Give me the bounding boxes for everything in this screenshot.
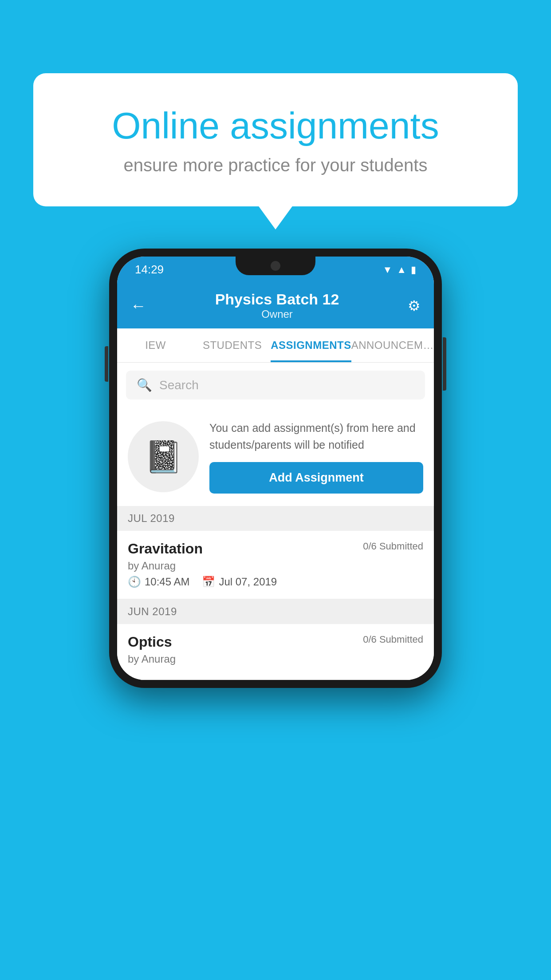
app-bar-subtitle: Owner (215, 308, 339, 320)
calendar-icon: 📅 (202, 576, 215, 588)
assignment-time: 🕙 10:45 AM (128, 576, 189, 588)
month-separator-jun: JUN 2019 (117, 599, 434, 624)
time-value: 10:45 AM (145, 576, 189, 588)
tab-students[interactable]: STUDENTS (194, 328, 271, 362)
assignment-header: Gravitation 0/6 Submitted (128, 541, 423, 557)
add-assignment-button[interactable]: Add Assignment (209, 462, 423, 494)
promo-description: You can add assignment(s) from here and … (209, 420, 423, 453)
phone-side-button-right (443, 337, 446, 391)
promo-icon-circle: 📓 (128, 421, 199, 492)
assignment-item-gravitation[interactable]: Gravitation 0/6 Submitted by Anurag 🕙 10… (117, 531, 434, 599)
promo-section: 📓 You can add assignment(s) from here an… (117, 407, 434, 506)
tab-iew[interactable]: IEW (117, 328, 194, 362)
phone-notch (236, 257, 315, 275)
settings-icon[interactable]: ⚙ (408, 297, 421, 314)
assignment-header-optics: Optics 0/6 Submitted (128, 634, 423, 650)
promo-speech-bubble: Online assignments ensure more practice … (33, 73, 518, 206)
wifi-icon: ▼ (382, 264, 392, 276)
assignment-by: by Anurag (128, 560, 423, 572)
battery-icon: ▮ (411, 264, 416, 276)
status-time: 14:29 (135, 263, 164, 277)
search-bar[interactable]: 🔍 Search (126, 371, 425, 399)
search-input[interactable]: Search (159, 378, 199, 392)
signal-icon: ▲ (397, 264, 406, 276)
assignment-item-optics[interactable]: Optics 0/6 Submitted by Anurag (117, 624, 434, 680)
clock-icon: 🕙 (128, 576, 141, 588)
notebook-icon: 📓 (144, 439, 183, 475)
month-separator-jul: JUL 2019 (117, 506, 434, 531)
back-button[interactable]: ← (130, 296, 146, 315)
assignment-title: Gravitation (128, 541, 203, 557)
assignment-submitted-optics: 0/6 Submitted (363, 634, 423, 645)
assignment-title-optics: Optics (128, 634, 172, 650)
assignment-by-optics: by Anurag (128, 653, 423, 665)
app-bar-title-group: Physics Batch 12 Owner (215, 291, 339, 320)
app-bar-title: Physics Batch 12 (215, 291, 339, 308)
app-bar: ← Physics Batch 12 Owner ⚙ (117, 281, 434, 328)
search-icon: 🔍 (137, 378, 152, 392)
date-value: Jul 07, 2019 (219, 576, 277, 588)
status-icons: ▼ ▲ ▮ (382, 264, 416, 276)
tab-assignments[interactable]: ASSIGNMENTS (271, 328, 351, 362)
promo-text-area: You can add assignment(s) from here and … (209, 420, 423, 494)
search-container: 🔍 Search (117, 363, 434, 407)
tabs-bar: IEW STUDENTS ASSIGNMENTS ANNOUNCEM… (117, 328, 434, 363)
phone-side-button-left (105, 346, 108, 382)
phone-mockup: 14:29 ▼ ▲ ▮ ← Physics Batch 12 Owner ⚙ I… (109, 249, 442, 688)
phone-screen: 14:29 ▼ ▲ ▮ ← Physics Batch 12 Owner ⚙ I… (117, 257, 434, 680)
assignment-meta: 🕙 10:45 AM 📅 Jul 07, 2019 (128, 576, 423, 588)
promo-subheading: ensure more practice for your students (69, 155, 482, 175)
assignment-date: 📅 Jul 07, 2019 (202, 576, 277, 588)
assignment-submitted: 0/6 Submitted (363, 541, 423, 552)
phone-camera (271, 261, 280, 271)
tab-announcements[interactable]: ANNOUNCEM… (351, 328, 434, 362)
promo-heading: Online assignments (69, 104, 482, 147)
